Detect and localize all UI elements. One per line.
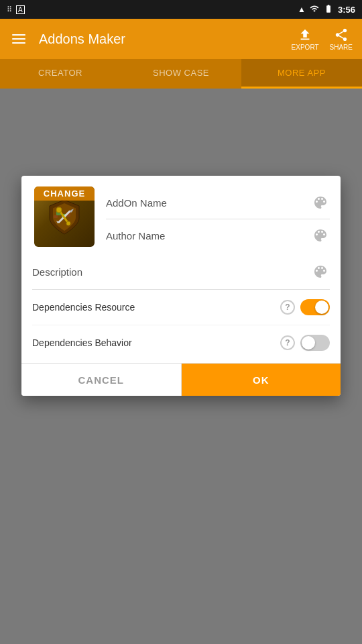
export-label: EXPORT bbox=[292, 44, 319, 51]
tab-creator[interactable]: CREATOR bbox=[0, 59, 121, 89]
tab-bar: CREATOR SHOW CASE MORE APP bbox=[0, 59, 362, 89]
svg-rect-2 bbox=[54, 215, 58, 218]
deps-resource-label: Dependencies Resource bbox=[32, 302, 275, 313]
cancel-button[interactable]: CANCEL bbox=[21, 364, 182, 396]
deps-behavior-label: Dependencies Behavior bbox=[32, 337, 275, 348]
signal-icon bbox=[310, 4, 319, 15]
tab-creator-label: CREATOR bbox=[38, 68, 82, 78]
tab-showcase-label: SHOW CASE bbox=[153, 68, 209, 78]
share-label: SHARE bbox=[330, 44, 353, 51]
addon-icon-change-button[interactable]: CHANGE bbox=[34, 186, 95, 247]
author-name-field[interactable]: Author Name bbox=[106, 230, 306, 241]
description-row: Description bbox=[32, 254, 330, 290]
fields-area: AddOn Name Author Name bbox=[106, 186, 330, 254]
deps-resource-toggle[interactable] bbox=[300, 299, 330, 315]
app-title: Addons Maker bbox=[39, 32, 281, 47]
menu-button[interactable] bbox=[9, 32, 28, 46]
author-name-row: Author Name bbox=[106, 219, 330, 252]
app-icon-small: A bbox=[16, 5, 25, 14]
deps-behavior-row: Dependencies Behavior ? bbox=[32, 325, 330, 360]
description-palette-icon[interactable] bbox=[311, 262, 330, 281]
status-bar-right: ▲ 3:56 bbox=[298, 4, 355, 15]
deps-resource-knob bbox=[315, 301, 328, 314]
battery-icon bbox=[323, 4, 334, 15]
svg-point-7 bbox=[66, 221, 70, 225]
deps-resource-row: Dependencies Resource ? bbox=[32, 290, 330, 325]
author-name-palette-icon[interactable] bbox=[311, 226, 330, 245]
sim-icon: ⠿ bbox=[7, 5, 12, 14]
export-button[interactable]: EXPORT bbox=[292, 28, 319, 51]
addon-properties-dialog: CHANGE AddOn Name Author Name bbox=[21, 176, 341, 396]
ok-button[interactable]: OK bbox=[182, 364, 341, 396]
dialog-buttons: CANCEL OK bbox=[21, 363, 341, 396]
status-bar-left: ⠿ A bbox=[7, 5, 25, 14]
dialog-top-section: CHANGE AddOn Name Author Name bbox=[21, 176, 341, 254]
svg-point-6 bbox=[56, 207, 62, 213]
toggle-section: Dependencies Resource ? Dependencies Beh… bbox=[21, 290, 341, 360]
change-label: CHANGE bbox=[34, 186, 95, 201]
overlay-background: CHANGE AddOn Name Author Name bbox=[0, 89, 362, 644]
share-button[interactable]: SHARE bbox=[330, 28, 353, 51]
tab-moreapp[interactable]: MORE APP bbox=[241, 59, 362, 89]
deps-behavior-toggle[interactable] bbox=[300, 335, 330, 351]
app-bar: Addons Maker EXPORT SHARE bbox=[0, 19, 362, 59]
addon-name-palette-icon[interactable] bbox=[311, 193, 330, 212]
tab-moreapp-label: MORE APP bbox=[278, 68, 326, 78]
deps-behavior-knob bbox=[302, 336, 315, 350]
icon-area: CHANGE bbox=[32, 186, 97, 254]
wifi-icon: ▲ bbox=[298, 5, 306, 14]
description-field[interactable]: Description bbox=[32, 266, 306, 278]
status-bar: ⠿ A ▲ 3:56 bbox=[0, 0, 362, 19]
tab-showcase[interactable]: SHOW CASE bbox=[121, 59, 241, 89]
time-display: 3:56 bbox=[338, 5, 355, 15]
addon-name-field[interactable]: AddOn Name bbox=[106, 197, 306, 209]
addon-name-row: AddOn Name bbox=[106, 186, 330, 219]
deps-behavior-help-icon[interactable]: ? bbox=[280, 335, 295, 350]
deps-resource-help-icon[interactable]: ? bbox=[280, 300, 295, 315]
